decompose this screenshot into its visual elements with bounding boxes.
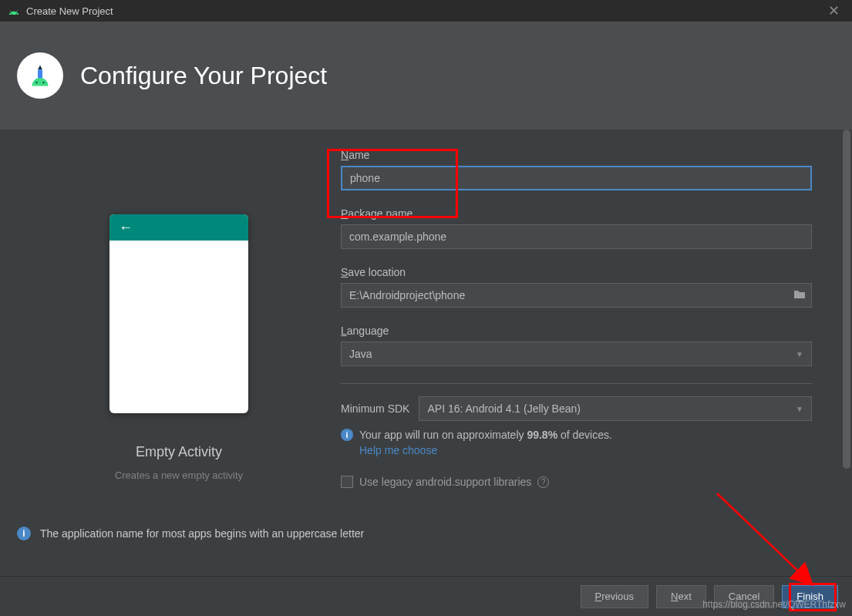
package-label: Package namePackage name — [341, 207, 812, 220]
chevron-down-icon: ▼ — [796, 405, 803, 413]
next-button[interactable]: NextNext — [656, 585, 706, 608]
warning-text: The application name for most apps begin… — [40, 527, 364, 540]
language-label: LanguageLanguage — [341, 325, 812, 337]
sdk-label: Minimum SDK — [341, 402, 409, 415]
sdk-info: i Your app will run on approximately 99.… — [341, 429, 812, 441]
title-bar: Create New Project ✕ — [0, 0, 852, 22]
android-icon — [8, 7, 20, 15]
info-icon: i — [341, 429, 353, 441]
svg-point-1 — [35, 82, 37, 83]
scrollbar[interactable] — [841, 130, 852, 492]
name-input[interactable] — [341, 166, 812, 190]
folder-icon[interactable] — [793, 288, 806, 302]
footer: PreviousPrevious NextNext CancelCancel F… — [0, 576, 852, 616]
location-input[interactable] — [341, 283, 812, 308]
help-link[interactable]: Help me choose — [359, 444, 437, 456]
svg-rect-0 — [38, 70, 42, 79]
android-studio-logo — [17, 52, 63, 99]
separator — [341, 383, 812, 384]
info-icon: i — [17, 527, 31, 540]
watermark: https://blog.csdn.net/QWERThfzxw — [702, 599, 846, 610]
close-icon[interactable]: ✕ — [823, 2, 844, 19]
help-icon[interactable]: ? — [537, 476, 549, 488]
location-label: Save locationSave location — [341, 266, 812, 278]
language-select[interactable]: Java ▼ — [341, 342, 812, 366]
window-title: Create New Project — [26, 5, 113, 17]
page-title: Configure Your Project — [80, 62, 327, 90]
activity-preview: ← — [109, 214, 248, 413]
header: Configure Your Project — [0, 22, 852, 130]
back-arrow-icon: ← — [119, 220, 133, 236]
svg-point-2 — [42, 82, 44, 83]
name-label: NNameame — [341, 149, 812, 161]
legacy-checkbox[interactable] — [341, 476, 353, 488]
chevron-down-icon: ▼ — [796, 350, 803, 358]
package-input[interactable] — [341, 224, 812, 249]
preview-title: Empty Activity — [136, 444, 222, 460]
legacy-label: Use legacy android.support libraries — [359, 476, 531, 488]
preview-subtitle: Creates a new empty activity — [115, 470, 243, 481]
sdk-select[interactable]: API 16: Android 4.1 (Jelly Bean) ▼ — [419, 396, 812, 421]
previous-button[interactable]: PreviousPrevious — [581, 585, 649, 608]
